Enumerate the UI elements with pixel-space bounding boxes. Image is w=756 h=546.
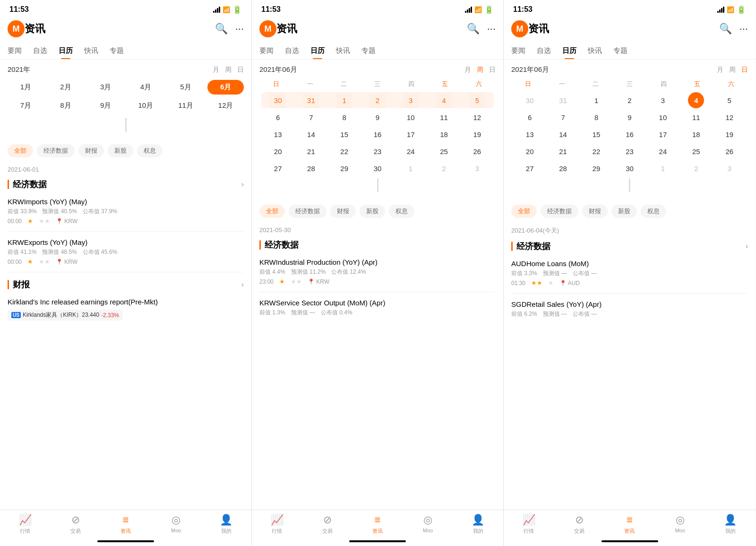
cal-p3-13[interactable]: 13: [522, 126, 538, 142]
tab-zhuanti-2[interactable]: 专题: [356, 46, 381, 59]
cal-day-14[interactable]: 14: [303, 126, 319, 142]
nav-news-3[interactable]: ≡ 资讯: [604, 514, 655, 535]
month-1[interactable]: 1月: [8, 80, 44, 95]
tab-yaowen-2[interactable]: 要闻: [259, 46, 279, 59]
cal-day-7[interactable]: 7: [303, 109, 319, 125]
cal-day-23[interactable]: 23: [369, 143, 386, 159]
chip-ipo-2[interactable]: 新股: [360, 205, 385, 218]
view-month-2[interactable]: 月: [464, 66, 471, 74]
view-week-3[interactable]: 周: [729, 66, 736, 74]
nav-market-3[interactable]: 📈 行情: [504, 514, 554, 535]
view-day-3[interactable]: 日: [741, 66, 748, 74]
search-icon-1[interactable]: 🔍: [215, 23, 228, 35]
cal-p3-28[interactable]: 28: [555, 160, 571, 176]
section-header-economic-1[interactable]: 经济数据 ›: [0, 175, 251, 194]
cal-day-1-6[interactable]: 1: [336, 92, 352, 108]
nav-news-1[interactable]: ≡ 资讯: [101, 514, 151, 535]
chip-financial-2[interactable]: 财报: [330, 205, 356, 218]
chip-all-3[interactable]: 全部: [511, 205, 537, 218]
month-3[interactable]: 3月: [87, 80, 124, 95]
tab-zixuan-1[interactable]: 自选: [27, 46, 53, 59]
cal-p3-17[interactable]: 17: [655, 126, 671, 142]
tab-kuaixun-2[interactable]: 快讯: [330, 46, 356, 59]
cal-day-29[interactable]: 29: [336, 160, 352, 176]
chip-rights-2[interactable]: 权息: [389, 205, 414, 218]
tab-kuaixun-3[interactable]: 快讯: [582, 46, 608, 59]
cal-day-5-6[interactable]: 5: [469, 92, 485, 108]
cal-p3-27[interactable]: 27: [522, 160, 538, 176]
month-11[interactable]: 11月: [168, 98, 204, 113]
cal-p3-4-today[interactable]: 4: [688, 92, 704, 108]
chip-all-1[interactable]: 全部: [8, 144, 33, 157]
cal-day-22[interactable]: 22: [336, 143, 352, 159]
cal-day-18[interactable]: 18: [436, 126, 452, 142]
tab-zhuanti-3[interactable]: 专题: [608, 46, 633, 59]
cal-p3-11[interactable]: 11: [688, 109, 704, 125]
cal-day-16[interactable]: 16: [369, 126, 386, 142]
cal-day-21[interactable]: 21: [303, 143, 319, 159]
tab-kuaixun-1[interactable]: 快讯: [78, 46, 104, 59]
cal-p3-7[interactable]: 7: [555, 109, 571, 125]
cal-p3-6[interactable]: 6: [522, 109, 538, 125]
cal-day-25[interactable]: 25: [436, 143, 452, 159]
tab-zixuan-2[interactable]: 自选: [279, 46, 305, 59]
cal-p3-20[interactable]: 20: [522, 143, 538, 159]
month-2[interactable]: 2月: [48, 80, 84, 95]
cal-p3-26[interactable]: 26: [722, 143, 738, 159]
section-header-economic-3[interactable]: 经济数据 ›: [504, 237, 756, 256]
chip-financial-1[interactable]: 财报: [78, 144, 104, 157]
month-12[interactable]: 12月: [207, 98, 244, 113]
section-header-financial-1[interactable]: 财报 ›: [0, 275, 251, 294]
cal-day-17[interactable]: 17: [403, 126, 419, 142]
cal-p3-2[interactable]: 2: [621, 92, 637, 108]
nav-market-2[interactable]: 📈 行情: [252, 514, 302, 535]
cal-day-31-5[interactable]: 31: [303, 92, 319, 108]
nav-moo-3[interactable]: ◎ Moo: [655, 514, 705, 535]
nav-news-2[interactable]: ≡ 资讯: [352, 514, 403, 535]
nav-profile-3[interactable]: 👤 我的: [705, 514, 756, 535]
cal-day-27[interactable]: 27: [270, 160, 286, 176]
nav-profile-1[interactable]: 👤 我的: [201, 514, 251, 535]
search-icon-2[interactable]: 🔍: [467, 23, 480, 35]
cal-p3-1[interactable]: 1: [588, 92, 604, 108]
cal-day-30-5[interactable]: 30: [270, 92, 286, 108]
cal-day-26[interactable]: 26: [469, 143, 485, 159]
cal-day-6[interactable]: 6: [270, 109, 286, 125]
cal-p3-14[interactable]: 14: [555, 126, 571, 142]
month-8[interactable]: 8月: [48, 98, 84, 113]
chip-economic-1[interactable]: 经济数据: [37, 144, 75, 157]
tab-yaowen-3[interactable]: 要闻: [511, 46, 531, 59]
cal-day-1-7[interactable]: 1: [403, 160, 419, 176]
cal-p3-3b[interactable]: 3: [722, 160, 738, 176]
cal-p3-24[interactable]: 24: [655, 143, 671, 159]
cal-day-28[interactable]: 28: [303, 160, 319, 176]
chip-rights-1[interactable]: 权息: [137, 144, 163, 157]
chip-economic-3[interactable]: 经济数据: [541, 205, 578, 218]
cal-p3-2b[interactable]: 2: [688, 160, 704, 176]
month-7[interactable]: 7月: [8, 98, 44, 113]
cal-p3-8[interactable]: 8: [588, 109, 604, 125]
nav-moo-1[interactable]: ◎ Moo: [151, 514, 201, 535]
cal-p3-29[interactable]: 29: [588, 160, 604, 176]
cal-day-24[interactable]: 24: [403, 143, 419, 159]
chip-rights-3[interactable]: 权息: [641, 205, 666, 218]
nav-trade-3[interactable]: ⊘ 交易: [554, 514, 605, 535]
cal-day-19[interactable]: 19: [469, 126, 485, 142]
tab-yaowen-1[interactable]: 要闻: [8, 46, 27, 59]
cal-day-11[interactable]: 11: [436, 109, 452, 125]
cal-day-4-6[interactable]: 4: [436, 92, 452, 108]
chip-all-2[interactable]: 全部: [259, 205, 285, 218]
more-icon-2[interactable]: ···: [487, 23, 496, 35]
search-icon-3[interactable]: 🔍: [719, 23, 732, 35]
cal-p3-31[interactable]: 31: [555, 92, 571, 108]
cal-p3-12[interactable]: 12: [722, 109, 738, 125]
view-week-1[interactable]: 周: [225, 66, 232, 74]
cal-p3-21[interactable]: 21: [555, 143, 571, 159]
cal-p3-30[interactable]: 30: [522, 92, 538, 108]
month-10[interactable]: 10月: [128, 98, 164, 113]
more-icon-1[interactable]: ···: [235, 23, 244, 35]
nav-moo-2[interactable]: ◎ Moo: [403, 514, 453, 535]
more-icon-3[interactable]: ···: [739, 23, 748, 35]
view-day-1[interactable]: 日: [237, 66, 244, 74]
view-month-3[interactable]: 月: [717, 66, 723, 74]
